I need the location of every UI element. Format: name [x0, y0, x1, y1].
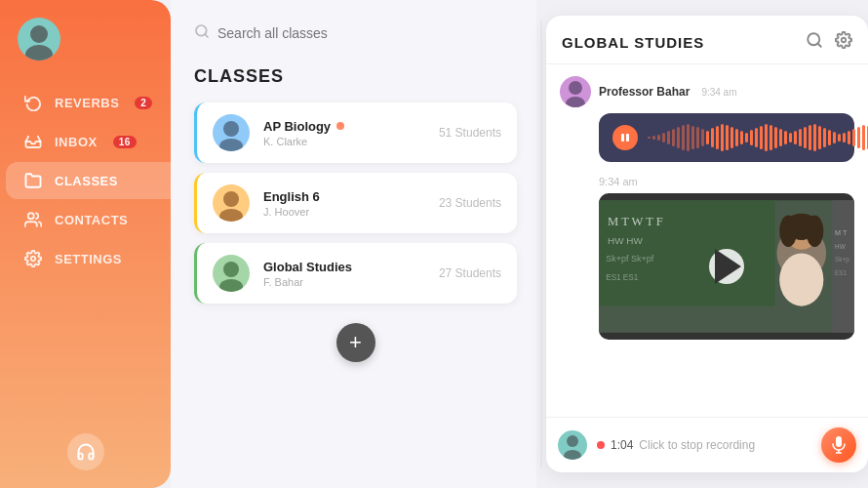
panel-divider [540, 20, 542, 468]
svg-point-38 [564, 450, 581, 460]
audio-bubble: 1:24 [599, 113, 854, 162]
svg-text:HW   HW: HW HW [608, 235, 643, 246]
search-input[interactable] [217, 25, 432, 41]
recording-indicator: 1:04 Click to stop recording [597, 438, 811, 452]
video-thumbnail[interactable]: M T W T F HW HW Sk+pf Sk+pf ES1 ES1 [599, 193, 854, 340]
search-bar [194, 20, 517, 47]
svg-point-7 [219, 139, 243, 151]
headphone-button[interactable] [67, 433, 104, 470]
class-students: 51 Students [439, 126, 501, 140]
sidebar-nav: REVERBS 2 INBOX 16 CLASSES [0, 84, 171, 433]
svg-text:Sk+pf   Sk+pf: Sk+pf Sk+pf [606, 254, 654, 264]
svg-point-30 [779, 253, 823, 305]
class-info-english6: English 6 J. Hoover [263, 189, 425, 218]
svg-rect-31 [832, 200, 854, 333]
svg-point-1 [25, 45, 53, 61]
mic-button[interactable] [821, 427, 856, 463]
svg-point-15 [569, 81, 582, 95]
message-time: 9:34 am [701, 87, 736, 98]
svg-point-10 [223, 262, 239, 277]
chat-body: Professor Bahar 9:34 am 1:24 9:34 am [546, 64, 868, 417]
second-time-label: 9:34 am [599, 176, 854, 187]
sidebar-item-settings[interactable]: SETTINGS [6, 240, 171, 277]
class-card-english6[interactable]: English 6 J. Hoover 23 Students [194, 173, 517, 233]
svg-point-28 [779, 216, 797, 248]
refresh-icon [23, 94, 43, 111]
svg-point-9 [219, 209, 243, 222]
svg-text:M  T: M T [835, 228, 848, 237]
class-teacher: J. Hoover [263, 206, 425, 218]
message-sender-name: Professor Bahar [599, 85, 690, 99]
class-info-global-studies: Global Studies F. Bahar [263, 260, 425, 288]
chat-panel: GLOBAL STUDIES [546, 16, 868, 472]
class-name: English 6 [263, 189, 425, 204]
class-teacher: F. Bahar [263, 276, 425, 288]
class-card-global-studies[interactable]: Global Studies F. Bahar 27 Students [194, 243, 517, 304]
class-students: 27 Students [439, 266, 501, 280]
class-teacher: K. Clarke [263, 136, 425, 147]
sidebar-item-label: REVERBS [55, 96, 119, 110]
class-card-ap-biology[interactable]: AP Biology K. Clarke 51 Students [194, 102, 517, 163]
svg-text:ES1: ES1 [835, 269, 847, 276]
chat-search-icon[interactable] [806, 31, 823, 54]
svg-point-3 [31, 257, 36, 262]
contacts-icon [23, 211, 43, 228]
classes-icon [23, 172, 43, 189]
svg-text:ES1    ES1: ES1 ES1 [606, 273, 638, 282]
sidebar-item-label: INBOX [55, 135, 98, 149]
settings-icon [23, 250, 43, 267]
svg-point-16 [566, 97, 585, 107]
chat-settings-icon[interactable] [835, 31, 852, 54]
class-name: AP Biology [263, 119, 425, 134]
professor-avatar [560, 76, 591, 107]
add-class-button[interactable]: + [336, 323, 375, 362]
svg-rect-18 [626, 134, 629, 142]
sidebar-item-label: CLASSES [55, 174, 118, 188]
sidebar-item-label: SETTINGS [55, 252, 122, 266]
recording-dot [597, 441, 605, 449]
chat-header-icons [806, 31, 852, 54]
class-list: AP Biology K. Clarke 51 Students English… [194, 102, 517, 304]
svg-rect-17 [621, 134, 624, 142]
sidebar-item-classes[interactable]: CLASSES [6, 162, 171, 199]
audio-waveform [648, 123, 868, 152]
svg-point-6 [223, 121, 239, 137]
message-sender-info: Professor Bahar 9:34 am [560, 76, 854, 107]
svg-point-29 [806, 216, 823, 248]
sidebar-item-label: CONTACTS [55, 213, 128, 227]
svg-point-8 [223, 191, 239, 207]
svg-point-0 [30, 25, 48, 43]
chat-header: GLOBAL STUDIES [546, 16, 868, 64]
svg-text:Sk+p: Sk+p [835, 256, 849, 264]
main-panel: CLASSES AP Biology K. Clarke 51 Students [171, 0, 536, 488]
sidebar-item-contacts[interactable]: CONTACTS [6, 201, 171, 238]
svg-rect-39 [836, 436, 842, 447]
audio-play-button[interactable] [612, 125, 638, 150]
svg-marker-36 [715, 249, 741, 284]
recording-label: Click to stop recording [639, 438, 811, 452]
class-info-ap-biology: AP Biology K. Clarke [263, 119, 425, 147]
svg-text:HW: HW [835, 243, 846, 250]
video-play-button[interactable] [709, 249, 744, 284]
sidebar-item-reverbs[interactable]: REVERBS 2 [6, 84, 171, 121]
class-name: Global Studies [263, 260, 425, 274]
svg-line-13 [817, 43, 820, 46]
svg-point-14 [842, 38, 847, 43]
footer-avatar [558, 430, 587, 460]
class-avatar-ap-biology [213, 114, 250, 151]
inbox-badge: 16 [113, 136, 137, 148]
sidebar-bottom [0, 433, 171, 470]
sidebar-item-inbox[interactable]: INBOX 16 [6, 123, 171, 160]
chat-footer: 1:04 Click to stop recording [546, 417, 868, 472]
search-icon [194, 23, 210, 43]
svg-point-37 [567, 435, 578, 447]
avatar[interactable] [18, 18, 60, 61]
svg-point-11 [219, 279, 243, 292]
reverbs-badge: 2 [135, 97, 152, 109]
svg-point-2 [28, 213, 34, 219]
recording-time: 1:04 [611, 438, 633, 452]
classes-section-title: CLASSES [194, 66, 517, 87]
chat-title: GLOBAL STUDIES [562, 34, 704, 51]
sidebar: REVERBS 2 INBOX 16 CLASSES [0, 0, 171, 488]
inbox-icon [23, 133, 43, 150]
